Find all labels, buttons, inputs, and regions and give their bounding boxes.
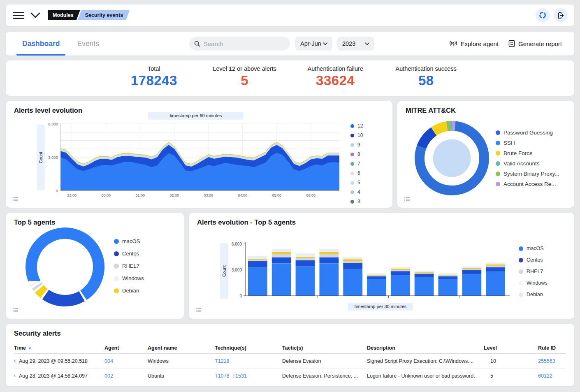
panel-options-icon[interactable] — [404, 196, 411, 204]
bar-segment-windows[interactable] — [272, 249, 291, 252]
technique-link[interactable]: T1078 — [215, 373, 229, 379]
bar-segment-rhel7[interactable] — [391, 270, 410, 271]
bar-segment-debian[interactable] — [367, 275, 386, 276]
bar-segment-centos[interactable] — [272, 257, 291, 264]
legend-item[interactable]: 8 — [350, 151, 363, 157]
bar-segment-macos[interactable] — [486, 271, 505, 296]
legend-item[interactable]: 7 — [350, 161, 363, 167]
column-header-time[interactable]: Time▼ — [14, 345, 104, 351]
bar-segment-rhel7[interactable] — [248, 260, 267, 261]
bar-segment-debian[interactable] — [320, 252, 339, 254]
legend-item[interactable]: SSH — [496, 140, 559, 146]
bar-segment-windows[interactable] — [296, 253, 315, 257]
bar-segment-debian[interactable] — [486, 264, 505, 266]
bar-segment-debian[interactable] — [415, 272, 434, 273]
bar-segment-rhel7[interactable] — [296, 258, 315, 260]
tab-events[interactable]: Events — [77, 32, 99, 56]
bar-segment-centos[interactable] — [391, 271, 410, 275]
bar-segment-debian[interactable] — [438, 275, 458, 276]
column-header-description[interactable]: Description — [367, 345, 484, 351]
breadcrumb-modules[interactable]: Modules — [48, 10, 80, 20]
bar-segment-macos[interactable] — [296, 267, 315, 296]
search-input[interactable] — [204, 40, 278, 47]
breadcrumb-section[interactable]: Security events — [78, 10, 130, 20]
bar-segment-windows[interactable] — [343, 257, 362, 260]
panel-options-icon[interactable] — [12, 307, 19, 315]
cell-rule-id-link[interactable]: 60122 — [538, 373, 566, 379]
date-range-select[interactable]: Apr-Jun — [295, 37, 332, 51]
column-header-tactic-s-[interactable]: Tactic(s) — [282, 345, 367, 351]
table-row[interactable]: ›Aug 28, 2023 @ 14:58:24.097002UbuntuT10… — [14, 369, 566, 383]
column-header-rule-id[interactable]: Rule ID — [538, 345, 566, 351]
bar-segment-windows[interactable] — [462, 267, 481, 268]
bar-segment-macos[interactable] — [415, 277, 434, 296]
column-header-agent-name[interactable]: Agent name — [148, 345, 215, 351]
bar-segment-centos[interactable] — [462, 270, 481, 274]
legend-item[interactable]: 3 — [350, 199, 363, 204]
legend-item[interactable]: Account Access Re... — [496, 181, 559, 187]
bar-segment-windows[interactable] — [367, 273, 386, 274]
bar-segment-centos[interactable] — [343, 263, 362, 269]
legend-item[interactable]: 6 — [350, 170, 363, 176]
bar-segment-macos[interactable] — [248, 267, 267, 296]
bar-segment-macos[interactable] — [320, 263, 339, 296]
health-check-button[interactable] — [536, 8, 550, 22]
bar-segment-centos[interactable] — [415, 274, 434, 277]
tab-dashboard[interactable]: Dashboard — [22, 32, 60, 56]
legend-item[interactable]: macOS — [519, 246, 548, 251]
bar-segment-rhel7[interactable] — [438, 276, 458, 276]
bar-segment-rhel7[interactable] — [367, 276, 386, 276]
legend-item[interactable]: Debian — [519, 292, 548, 297]
cell-agent-link[interactable]: 002 — [104, 373, 148, 379]
bar-segment-debian[interactable] — [462, 268, 481, 269]
bar-segment-windows[interactable] — [438, 273, 458, 274]
legend-item[interactable]: 5 — [350, 180, 363, 186]
bar-segment-macos[interactable] — [462, 274, 481, 296]
column-header-technique-s-[interactable]: Technique(s) — [215, 345, 282, 351]
legend-item[interactable]: System Binary Proxy... — [496, 171, 559, 177]
bar-segment-debian[interactable] — [248, 259, 267, 260]
legend-item[interactable]: Centos — [519, 257, 548, 263]
logout-button[interactable] — [554, 8, 568, 22]
legend-item[interactable]: 9 — [350, 142, 363, 148]
bar-segment-macos[interactable] — [367, 279, 386, 296]
bar-segment-debian[interactable] — [272, 252, 291, 254]
chevron-down-icon[interactable] — [30, 12, 40, 18]
legend-item[interactable]: 4 — [350, 189, 363, 195]
bar-segment-windows[interactable] — [415, 271, 434, 272]
year-select[interactable]: 2023 — [337, 37, 374, 51]
table-row[interactable]: ›Aug 29, 2023 @ 09:55:20.518004WindowsT1… — [14, 354, 566, 369]
cell-agent-link[interactable]: 004 — [104, 358, 148, 364]
bar-segment-centos[interactable] — [438, 276, 458, 279]
legend-item[interactable]: Windows — [114, 275, 144, 281]
technique-link[interactable]: T1218 — [215, 358, 229, 364]
technique-link[interactable]: T1531 — [232, 373, 246, 379]
bar-segment-rhel7[interactable] — [320, 254, 339, 257]
legend-item[interactable]: Password Guessing — [496, 130, 559, 136]
cell-rule-id-link[interactable]: 255563 — [538, 358, 566, 364]
panel-options-icon[interactable] — [195, 307, 202, 315]
bar-segment-centos[interactable] — [248, 261, 267, 267]
column-header-level[interactable]: Level — [484, 345, 538, 351]
legend-item[interactable]: 12 — [350, 123, 363, 129]
bar-segment-centos[interactable] — [367, 276, 386, 279]
legend-item[interactable]: Brute Force — [496, 150, 559, 156]
legend-item[interactable]: RHEL7 — [519, 269, 548, 274]
bar-segment-centos[interactable] — [296, 260, 315, 267]
bar-segment-rhel7[interactable] — [486, 266, 505, 267]
row-expand-icon[interactable]: › — [14, 358, 16, 364]
generate-report-button[interactable]: Generate report — [508, 40, 562, 47]
bar-segment-centos[interactable] — [320, 257, 339, 264]
bar-segment-debian[interactable] — [343, 259, 362, 261]
legend-item[interactable]: 10 — [350, 132, 363, 138]
menu-icon[interactable] — [13, 10, 24, 21]
bar-segment-windows[interactable] — [486, 262, 505, 264]
legend-item[interactable]: Debian — [114, 288, 144, 294]
legend-item[interactable]: RHEL7 — [114, 263, 144, 269]
panel-options-icon[interactable] — [12, 196, 19, 204]
bar-segment-centos[interactable] — [486, 267, 505, 272]
bar-segment-rhel7[interactable] — [415, 273, 434, 274]
legend-item[interactable]: Centos — [114, 251, 144, 257]
legend-item[interactable]: Valid Accounts — [496, 160, 559, 167]
bar-segment-rhel7[interactable] — [343, 261, 362, 263]
